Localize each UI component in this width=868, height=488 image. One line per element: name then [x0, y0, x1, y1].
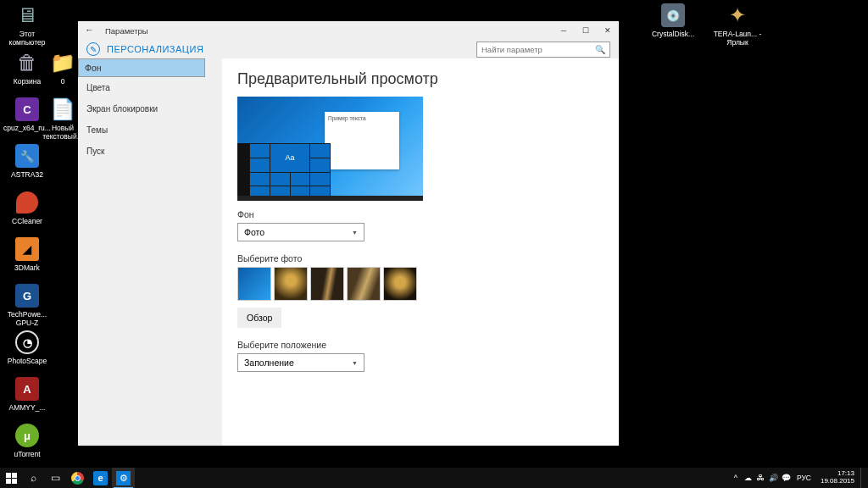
fit-select[interactable]: Заполнение ▼ — [237, 353, 364, 372]
tray-network-icon[interactable]: 🖧 — [755, 468, 767, 488]
tray-volume-icon[interactable]: 🔊 — [768, 468, 780, 488]
search-input[interactable] — [481, 45, 595, 54]
show-desktop-button[interactable] — [860, 468, 864, 488]
taskview-icon: ▭ — [51, 472, 60, 484]
desktop-icon-ccleaner[interactable]: CCleaner — [0, 189, 54, 226]
desktop-icon-tera[interactable]: ✦TERA-Laun... - Ярлык — [710, 2, 765, 47]
tray-language[interactable]: РУС — [793, 468, 815, 488]
desktop-icon-astra32[interactable]: 🔧ASTRA32 — [0, 142, 54, 180]
window-controls: ─ ☐ ✕ — [553, 21, 619, 40]
tera-icon: ✦ — [729, 3, 746, 27]
desktop-icon-gpuz[interactable]: GTechPowe... GPU-Z — [0, 282, 54, 328]
svg-rect-0 — [6, 473, 11, 478]
desktop-icon-ammyy[interactable]: AAMMYY_... — [0, 375, 54, 413]
personalization-icon: ✎ — [86, 42, 100, 56]
pc-icon: 🖥 — [17, 3, 37, 27]
desktop-icon-photoscape[interactable]: ◔PhotoScape — [0, 329, 54, 366]
ccleaner-icon — [16, 191, 38, 214]
maximize-button[interactable]: ☐ — [575, 21, 597, 40]
start-button[interactable] — [0, 468, 22, 488]
back-button[interactable]: ← — [85, 25, 97, 36]
tray-onedrive-icon[interactable]: ☁ — [743, 468, 754, 488]
background-label: Фон — [237, 209, 604, 219]
titlebar[interactable]: ← Параметры ─ ☐ ✕ — [78, 21, 619, 40]
folder-icon: 📁 — [50, 51, 75, 75]
background-select[interactable]: Фото ▼ — [237, 223, 364, 241]
choose-photo-label: Выберите фото — [237, 253, 604, 263]
utorrent-icon: μ — [15, 424, 39, 447]
window-title: Параметры — [105, 26, 148, 36]
edge-icon: e — [93, 471, 108, 485]
desktop-icon-crystaldisk[interactable]: 💿CrystalDisk... — [646, 2, 700, 39]
fit-label: Выберите положение — [237, 340, 604, 350]
textfile-icon: 📄 — [50, 97, 75, 121]
astra-icon: 🔧 — [15, 144, 39, 168]
svg-rect-1 — [12, 473, 17, 478]
browse-button[interactable]: Обзор — [237, 308, 281, 328]
taskbar-edge[interactable]: e — [89, 468, 112, 488]
taskbar-chrome[interactable] — [66, 468, 89, 488]
nav-background[interactable]: Фон — [78, 58, 205, 77]
tray-expand[interactable]: ^ — [730, 468, 742, 488]
header: ✎ ПЕРСОНАЛИЗАЦИЯ 🔍 — [78, 40, 619, 58]
search-icon: 🔍 — [595, 45, 605, 54]
minimize-button[interactable]: ─ — [553, 21, 575, 40]
search-box[interactable]: 🔍 — [476, 42, 610, 58]
close-button[interactable]: ✕ — [597, 21, 619, 40]
nav-start[interactable]: Пуск — [78, 141, 222, 162]
gpuz-icon: G — [15, 284, 39, 308]
thumb-2[interactable] — [274, 267, 308, 301]
chevron-down-icon: ▼ — [352, 230, 358, 236]
taskbar-search[interactable]: ⌕ — [22, 468, 44, 488]
taskbar-settings[interactable]: ⚙ — [112, 468, 135, 488]
thumb-3[interactable] — [310, 267, 344, 301]
ammyy-icon: A — [15, 377, 39, 401]
page-heading: ПЕРСОНАЛИЗАЦИЯ — [107, 44, 203, 54]
content-title: Предварительный просмотр — [237, 70, 604, 88]
tray-notifications-icon[interactable]: 💬 — [781, 468, 793, 488]
svg-rect-3 — [12, 479, 17, 484]
3dmark-icon: ◢ — [15, 237, 39, 261]
desktop-icon-3dmark[interactable]: ◢3DMark — [0, 236, 54, 273]
photo-thumbnails — [237, 267, 604, 301]
desktop-icon-utorrent[interactable]: μuTorrent — [0, 422, 54, 459]
preview-start-menu: Aa — [237, 143, 331, 201]
desktop-icon-this-pc[interactable]: 🖥Этот компьютер — [0, 2, 54, 47]
trash-icon: 🗑 — [17, 51, 37, 75]
nav-colors[interactable]: Цвета — [78, 77, 222, 98]
preview-window: Пример текста — [325, 112, 399, 169]
task-view-button[interactable]: ▭ — [44, 468, 66, 488]
nav-lockscreen[interactable]: Экран блокировки — [78, 98, 222, 119]
gear-icon: ⚙ — [116, 471, 131, 485]
photoscape-icon: ◔ — [15, 330, 39, 354]
chevron-down-icon: ▼ — [352, 360, 358, 366]
nav-themes[interactable]: Темы — [78, 119, 222, 141]
disk-icon: 💿 — [661, 3, 685, 27]
wallpaper-preview: Пример текста Aa — [237, 97, 423, 201]
settings-window: ← Параметры ─ ☐ ✕ ✎ ПЕРСОНАЛИЗАЦИЯ 🔍 Фон… — [78, 21, 619, 446]
content-area: Предварительный просмотр Пример текста A… — [222, 58, 619, 446]
taskbar: ⌕ ▭ e ⚙ ^ ☁ 🖧 🔊 💬 РУС 17:13 19.08.2015 — [0, 468, 868, 488]
search-icon: ⌕ — [31, 472, 36, 484]
sidebar-nav: Фон Цвета Экран блокировки Темы Пуск — [78, 58, 222, 446]
thumb-5[interactable] — [383, 267, 417, 301]
windows-icon — [6, 473, 17, 484]
taskbar-clock[interactable]: 17:13 19.08.2015 — [815, 470, 860, 485]
chrome-icon — [71, 472, 84, 485]
svg-rect-2 — [6, 479, 11, 484]
thumb-1[interactable] — [237, 267, 271, 301]
thumb-4[interactable] — [347, 267, 381, 301]
